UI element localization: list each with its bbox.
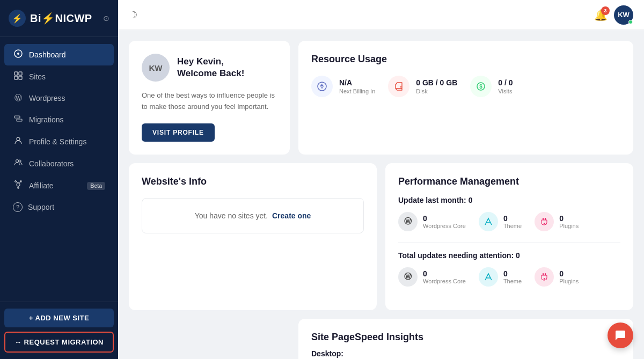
wp-core-label-2: Wordpress Core (423, 278, 466, 284)
collaborators-icon (13, 158, 24, 169)
visits-value: 0 / 0 (498, 78, 513, 87)
perf-section-1: Update last month: 0 Ⓦ 0 Wordpress Core (398, 196, 620, 231)
svg-rect-5 (19, 76, 22, 79)
sidebar-item-profile[interactable]: Profile & Settings (4, 131, 114, 152)
perf-section-2-title: Total updates needing attention: 0 (398, 251, 620, 260)
sites-icon (13, 71, 24, 82)
svg-point-18 (318, 82, 326, 91)
online-indicator (628, 20, 633, 24)
sidebar-item-migrations-label: Migrations (29, 115, 105, 124)
welcome-card: KW Hey Kevin, Welcome Back! One of the b… (129, 41, 290, 155)
website-info-card: Website's Info You have no sites yet. Cr… (129, 163, 377, 310)
svg-rect-28 (545, 273, 546, 275)
perf-wp-core-1: Ⓦ 0 Wordpress Core (398, 212, 466, 231)
svg-rect-7 (17, 119, 22, 121)
middle-row: Website's Info You have no sites yet. Cr… (129, 163, 633, 310)
welcome-greeting: Hey Kevin, Welcome Back! (177, 56, 244, 79)
sidebar-item-sites[interactable]: Sites (4, 66, 114, 87)
visit-profile-button[interactable]: VISIT PROFILE (142, 123, 215, 142)
request-migration-button[interactable]: ↔ REQUEST MIGRATION (4, 332, 114, 353)
svg-rect-24 (545, 218, 546, 220)
no-sites-text: You have no sites yet. (195, 211, 268, 220)
wp-core-value-2: 0 (423, 269, 466, 278)
create-site-link[interactable]: Create one (272, 211, 311, 220)
perf-wp-core-2: Ⓦ 0 Wordpress Core (398, 267, 466, 287)
theme-value-2: 0 (503, 269, 522, 278)
disk-label: Disk (416, 88, 457, 94)
sidebar-item-migrations[interactable]: Migrations (4, 109, 114, 130)
welcome-quote: One of the best ways to influence people… (142, 90, 277, 113)
perf-section-1-title: Update last month: 0 (398, 196, 620, 204)
plugins-value-2: 0 (559, 269, 579, 278)
user-avatar[interactable]: KW (614, 5, 633, 25)
sidebar-item-wordpress-label: Wordpress (29, 94, 105, 102)
plugins-label-2: Plugins (559, 278, 579, 284)
svg-rect-29 (544, 278, 545, 280)
logo-icon: ⚡ (9, 10, 26, 27)
theme-label-1: Theme (503, 223, 522, 229)
wp-core-info-2: 0 Wordpress Core (423, 269, 466, 284)
logo-text: Bi⚡NICWP (30, 12, 92, 25)
main-content: KW Hey Kevin, Welcome Back! One of the b… (118, 30, 644, 359)
theme-icon-1 (479, 212, 498, 231)
svg-rect-6 (14, 116, 20, 118)
performance-card: Performance Management Update last month… (385, 163, 633, 310)
svg-point-1 (17, 53, 19, 55)
resource-visits: $ 0 / 0 Visits (470, 76, 513, 97)
wp-core-icon-1: Ⓦ (398, 212, 418, 231)
plugins-value-1: 0 (559, 214, 579, 223)
perf-items-2: Ⓦ 0 Wordpress Core (398, 267, 620, 287)
plugins-label-1: Plugins (559, 223, 579, 229)
perf-theme-1: 0 Theme (479, 212, 522, 231)
wp-core-info-1: 0 Wordpress Core (423, 214, 466, 229)
top-row: KW Hey Kevin, Welcome Back! One of the b… (129, 41, 633, 155)
billing-icon (311, 76, 333, 97)
sidebar-item-profile-label: Profile & Settings (29, 137, 105, 146)
add-new-site-button[interactable]: + ADD NEW SITE (4, 309, 114, 327)
no-sites-section: You have no sites yet. Create one (142, 198, 364, 233)
sidebar-item-support[interactable]: ? Support (4, 197, 114, 217)
sidebar-item-wordpress[interactable]: Ⓦ Wordpress (4, 88, 114, 108)
perf-plugins-2: 0 Plugins (535, 267, 579, 287)
topbar-right: 🔔 3 KW (594, 5, 633, 25)
disk-value: 0 GB / 0 GB (416, 78, 457, 87)
svg-rect-2 (14, 72, 18, 75)
notifications-badge: 3 (601, 6, 610, 15)
pagespeed-title: Site PageSpeed Insights (311, 332, 620, 343)
theme-toggle-icon[interactable]: ☽ (129, 9, 137, 21)
profile-icon (13, 136, 24, 147)
welcome-avatar-initials: KW (149, 63, 163, 72)
svg-point-9 (16, 160, 19, 163)
wp-core-label-1: Wordpress Core (423, 223, 466, 229)
theme-info-2: 0 Theme (503, 269, 522, 284)
svg-point-11 (17, 183, 20, 186)
performance-title: Performance Management (398, 176, 620, 187)
visits-info: 0 / 0 Visits (498, 78, 513, 94)
plugin-icon-1 (535, 212, 554, 231)
billing-info: N/A Next Billing In (339, 78, 375, 94)
sidebar-item-affiliate-label: Affiliate (29, 181, 82, 190)
history-icon[interactable]: ⊙ (103, 14, 109, 23)
perf-items-1: Ⓦ 0 Wordpress Core (398, 212, 620, 231)
sidebar-bottom: + ADD NEW SITE ↔ REQUEST MIGRATION (0, 302, 118, 359)
theme-value-1: 0 (503, 214, 522, 223)
topbar-left: ☽ (129, 9, 137, 21)
sidebar-item-sites-label: Sites (29, 72, 105, 81)
visits-label: Visits (498, 88, 513, 94)
theme-label-2: Theme (503, 278, 522, 284)
logo-area: ⚡ Bi⚡NICWP ⊙ (0, 0, 118, 37)
topbar: ☽ 🔔 3 KW (118, 0, 644, 30)
sidebar-item-affiliate[interactable]: Affiliate Beta (4, 175, 114, 196)
svg-rect-23 (543, 218, 544, 220)
chat-button[interactable] (608, 323, 633, 348)
pagespeed-desktop-title: Desktop: (311, 349, 620, 358)
perf-theme-2: 0 Theme (479, 267, 522, 287)
sidebar-item-collaborators[interactable]: Collaborators (4, 153, 114, 174)
wordpress-icon: Ⓦ (13, 93, 24, 103)
sidebar: ⚡ Bi⚡NICWP ⊙ Dashboard (0, 0, 118, 359)
svg-rect-3 (19, 72, 22, 75)
welcome-header: KW Hey Kevin, Welcome Back! (142, 54, 277, 82)
plugins-info-2: 0 Plugins (559, 269, 579, 284)
sidebar-item-dashboard[interactable]: Dashboard (4, 44, 114, 65)
notifications-button[interactable]: 🔔 3 (594, 9, 608, 21)
